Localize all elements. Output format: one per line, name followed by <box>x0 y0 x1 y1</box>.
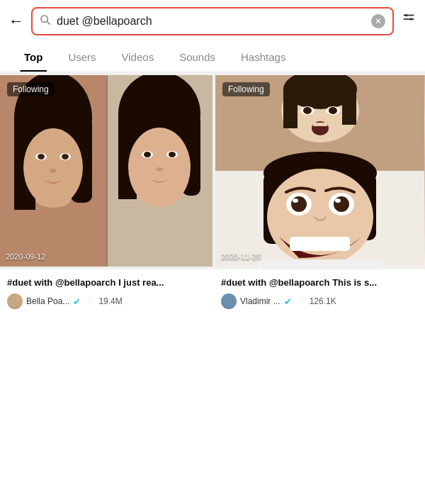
svg-point-26 <box>156 167 163 172</box>
svg-line-1 <box>47 21 50 24</box>
tab-videos[interactable]: Videos <box>109 43 167 72</box>
video-thumb-1: Following 2020-09-12 <box>0 75 212 267</box>
back-button[interactable]: ← <box>8 12 24 30</box>
video-card-1[interactable]: Following 2020-09-12 <box>0 75 212 267</box>
following-badge-2: Following <box>222 82 270 96</box>
caption-1: #duet with @bellapoarch I just rea... Be… <box>0 272 211 316</box>
svg-point-5 <box>410 18 413 21</box>
following-badge-1: Following <box>7 82 55 96</box>
face-right-1 <box>106 75 212 267</box>
tab-top[interactable]: Top <box>11 43 55 72</box>
likes-1: 19.4M <box>98 296 122 306</box>
date-1: 2020-09-12 <box>6 252 45 261</box>
header: ← duet @bellapoarch ✕ <box>0 0 425 43</box>
tab-bar: Top Users Videos Sounds Hashtags <box>0 43 425 72</box>
search-icon <box>40 14 51 28</box>
caption-title-2: #duet with @bellapoarch This is s... <box>221 276 418 289</box>
face-single-2 <box>215 75 425 267</box>
svg-point-44 <box>291 196 307 212</box>
avatar-1[interactable] <box>7 293 23 309</box>
captions-section: #duet with @bellapoarch I just rea... Be… <box>0 269 425 316</box>
svg-point-45 <box>293 198 298 203</box>
svg-point-0 <box>41 16 47 22</box>
caption-meta-2: Vladimir ... ✔ ♡ 126.1K <box>221 293 418 309</box>
tab-hashtags[interactable]: Hashtags <box>228 43 298 72</box>
caption-title-1: #duet with @bellapoarch I just rea... <box>7 276 204 289</box>
verified-icon-2: ✔ <box>284 296 292 307</box>
video-card-2[interactable]: Following 2020-11-26 <box>215 75 425 267</box>
heart-icon-2[interactable]: ♡ <box>298 296 306 306</box>
svg-point-36 <box>329 107 337 114</box>
date-2: 2020-11-26 <box>221 252 261 261</box>
likes-2: 126.1K <box>310 296 336 306</box>
svg-point-4 <box>405 14 408 17</box>
svg-point-16 <box>35 191 71 208</box>
search-input-value[interactable]: duet @bellapoarch <box>57 15 366 28</box>
svg-rect-38 <box>313 123 327 126</box>
svg-rect-49 <box>290 237 350 251</box>
caption-2: #duet with @bellapoarch This is s... Vla… <box>214 272 425 316</box>
heart-icon-1[interactable]: ♡ <box>87 296 95 306</box>
username-2[interactable]: Vladimir ... <box>240 296 280 306</box>
svg-rect-31 <box>283 89 298 128</box>
svg-point-48 <box>335 198 341 203</box>
svg-rect-32 <box>342 89 356 125</box>
tab-users[interactable]: Users <box>55 43 108 72</box>
tab-sounds[interactable]: Sounds <box>166 43 228 72</box>
filter-button[interactable] <box>401 11 416 31</box>
username-1[interactable]: Bella Poa... <box>26 296 69 306</box>
svg-point-23 <box>144 152 151 157</box>
svg-rect-50 <box>258 259 382 267</box>
video-grid: Following 2020-09-12 <box>0 72 425 269</box>
svg-point-25 <box>169 152 176 157</box>
video-thumb-2: Following 2020-11-26 <box>215 75 425 267</box>
verified-icon-1: ✔ <box>73 296 81 307</box>
svg-point-12 <box>38 154 45 159</box>
duet-divider-1 <box>106 75 108 267</box>
svg-point-15 <box>50 169 57 173</box>
svg-point-47 <box>334 196 349 212</box>
clear-button[interactable]: ✕ <box>371 14 385 28</box>
avatar-2[interactable] <box>221 293 237 309</box>
search-bar[interactable]: duet @bellapoarch ✕ <box>31 7 394 35</box>
svg-point-14 <box>62 154 69 159</box>
face-left-1 <box>0 75 106 267</box>
svg-point-34 <box>303 107 312 114</box>
caption-meta-1: Bella Poa... ✔ ♡ 19.4M <box>7 293 204 309</box>
